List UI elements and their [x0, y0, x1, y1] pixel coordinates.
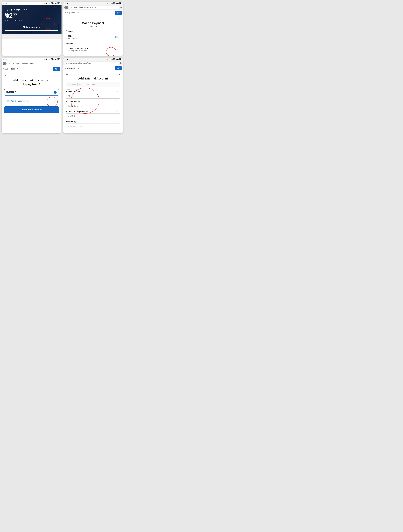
url-bar-p4[interactable]: 🔒 myaccounts.capitalone.com/acco — [64, 62, 119, 65]
translate-bar-p2: ✕ 英语 ⇌ 中文 (... ∨ 翻译 — [63, 10, 123, 16]
payment-content: ← ✕ Make a Payment Platinum ■ Amount $0.… — [63, 16, 123, 56]
close-translate-p3[interactable]: ✕ — [3, 68, 5, 70]
preview-labels: Routing # Account # — [66, 89, 120, 90]
acct-mask-block8 — [13, 92, 14, 93]
back-arrow-p2[interactable]: ← — [66, 17, 68, 20]
nav-row-p4: ← ✕ — [66, 71, 120, 77]
notif-icon-p2: 🔔 — [106, 3, 108, 4]
alarm-p3: ⏰ — [49, 59, 50, 60]
browser-bar-p2: 👤 🔒 myaccounts.capitalone.com/acco ↻ — [63, 5, 123, 10]
sig-5g-p4: 5G — [115, 59, 117, 60]
add-bank-wrap: 🏦 Add a bank account — [4, 97, 59, 104]
close-button-p4[interactable]: ✕ — [118, 73, 120, 76]
close-button-p2[interactable]: ✕ — [118, 18, 120, 20]
lang-selector-p4[interactable]: 英语 ⇌ 中文 (... ∨ — [67, 67, 114, 70]
choose-account-button[interactable]: Choose this account — [4, 106, 59, 113]
reload-button-p2[interactable]: ↻ — [120, 6, 122, 9]
account-type-placeholder: Select Account Type — [68, 125, 84, 127]
profile-icon-p2[interactable]: 👤 — [64, 6, 68, 9]
add-bank-button[interactable]: 🏦 Add a bank account — [4, 97, 59, 104]
url-text-p3: myaccounts.capitalone.com/acco — [11, 63, 34, 64]
browser-bar-p4: 🔒 myaccounts.capitalone.com/acco ↻ — [63, 61, 123, 65]
hd-badge: HD — [51, 2, 53, 4]
acct-mask-block7 — [11, 92, 13, 93]
account-type-group: Account Type Select Account Type ∨ — [66, 121, 120, 129]
dl-icon-p3: ↓ — [48, 59, 48, 60]
nav-row-p2: ← ✕ — [66, 16, 120, 21]
hd-p3: HD — [51, 58, 53, 60]
back-arrow-p3[interactable]: ← — [4, 74, 59, 77]
account-type-dropdown[interactable]: Select Account Type ∨ — [66, 124, 120, 129]
external-account-title: Add External Account — [66, 77, 120, 80]
battery-p4: 64 — [119, 58, 121, 60]
url-bar-p2[interactable]: 🔒 myaccounts.capitalone.com/acco — [69, 6, 119, 9]
alarm-p2: ⏰ — [111, 3, 112, 4]
account-box: CAPITAL ONE, NA ... ■ ■ Checking: $304.2… — [66, 46, 120, 53]
battery-p2: 64 — [119, 2, 121, 4]
status-time-p4: 21:41 — [65, 59, 68, 60]
routing-label-preview: Routing # — [66, 89, 71, 90]
acct-mask-block2 — [9, 91, 11, 92]
routing-preview-text3: 999 — [92, 84, 95, 85]
chevron-down-icon: ∨ — [117, 125, 118, 127]
edit-account-link[interactable]: Edit — [115, 49, 118, 51]
translate-button-p4[interactable]: 翻译 — [115, 66, 122, 70]
text-icon-p3: 文 — [46, 58, 47, 60]
status-bar-p4: 21:41 🔔 文 ↓ ⏰ HD 5G 4G 64 — [63, 57, 123, 61]
routing-preview-text2: ‹999999999› — [79, 84, 90, 85]
make-payment-button[interactable]: Make a payment — [5, 24, 58, 31]
edit-amount-link[interactable]: Edit — [115, 36, 118, 38]
sig-4g-p3: 4G — [56, 59, 57, 60]
card-title: PLATINUM.. ■ ■ — [5, 8, 58, 11]
routing-number-group: Routing Number 0 / 9 — [66, 90, 120, 99]
account-type-label: Account Type — [66, 121, 78, 123]
pay-from-label: Pay from — [66, 43, 120, 45]
account-number-input[interactable] — [66, 103, 120, 109]
add-bank-label: Add a bank account — [11, 100, 28, 102]
reload-button-p3[interactable]: ↻ — [59, 62, 60, 65]
amount-sub: Other Amount — [68, 37, 118, 39]
translate-bar-p3: ✕ 英语 ⇌ 中文 (... ∨ 翻译 — [1, 66, 62, 72]
notification-icon: 🔔 — [44, 3, 45, 4]
arrows-p2: ⇌ — [70, 12, 72, 14]
selected-checkmark: ✓ — [54, 91, 56, 94]
account-number-group: Account Number 0 / 17 — [66, 100, 120, 109]
payment-title: Make a Payment — [66, 21, 120, 25]
lang-selector-p2[interactable]: 英语 ⇌ 中文 (... ∨ — [67, 12, 114, 14]
account-info — [6, 91, 54, 93]
profile-icon-p3[interactable]: 👤 — [3, 62, 6, 65]
routing-number-input[interactable] — [66, 93, 120, 99]
payment-subtitle: Platinum ■ — [66, 25, 120, 28]
reenter-account-input[interactable] — [66, 113, 120, 119]
lang-dropdown-icon: ∨ — [78, 12, 79, 14]
account-label-preview: Account # — [75, 89, 81, 90]
lock-icon-p3: 🔒 — [9, 63, 11, 64]
reenter-count: 0 / 17 — [117, 111, 120, 113]
account-label-row: Account Number 0 / 17 — [66, 100, 120, 102]
close-translate-p4[interactable]: ✕ — [64, 67, 66, 70]
notif-icon-p3: 🔔 — [44, 59, 45, 60]
translate-bar-p4: ✕ 英语 ⇌ 中文 (... ∨ 翻译 — [63, 65, 123, 71]
text-icon-p4: 文 — [108, 58, 110, 60]
routing-label-row: Routing Number 0 / 9 — [66, 90, 120, 92]
bank-icon: 🏦 — [6, 99, 10, 102]
download-icon: ↓ — [48, 3, 48, 4]
reload-button-p4[interactable]: ↻ — [120, 62, 122, 64]
routing-count: 0 / 9 — [118, 90, 120, 92]
url-bar-p3[interactable]: 🔒 myaccounts.capitalone.com/acco — [7, 62, 57, 65]
account-type-label-row: Account Type — [66, 121, 120, 123]
acct-mask-block5 — [6, 92, 9, 93]
signal-4g: 4G — [56, 3, 57, 4]
amount-label: Amount — [66, 30, 120, 32]
back-arrow-p4[interactable]: ← — [66, 73, 68, 76]
lang-from-p2: 英语 — [67, 12, 70, 14]
close-translate-p2[interactable]: ✕ — [64, 12, 66, 14]
translate-button-p3[interactable]: 翻译 — [53, 67, 60, 71]
dl-icon-p4: ↓ — [110, 59, 111, 60]
lang-selector-p3[interactable]: 英语 ⇌ 中文 (... ∨ — [5, 68, 52, 70]
translate-button-p2[interactable]: 翻译 — [115, 11, 122, 15]
account-option-item[interactable]: ✓ — [4, 89, 59, 96]
hd-p2: HD — [112, 2, 115, 4]
reenter-account-group: Re-Enter Account Number 0 / 17 — [66, 111, 120, 119]
routing-preview: ‹‹9999999 ‹999999999› 999 — [66, 82, 120, 87]
